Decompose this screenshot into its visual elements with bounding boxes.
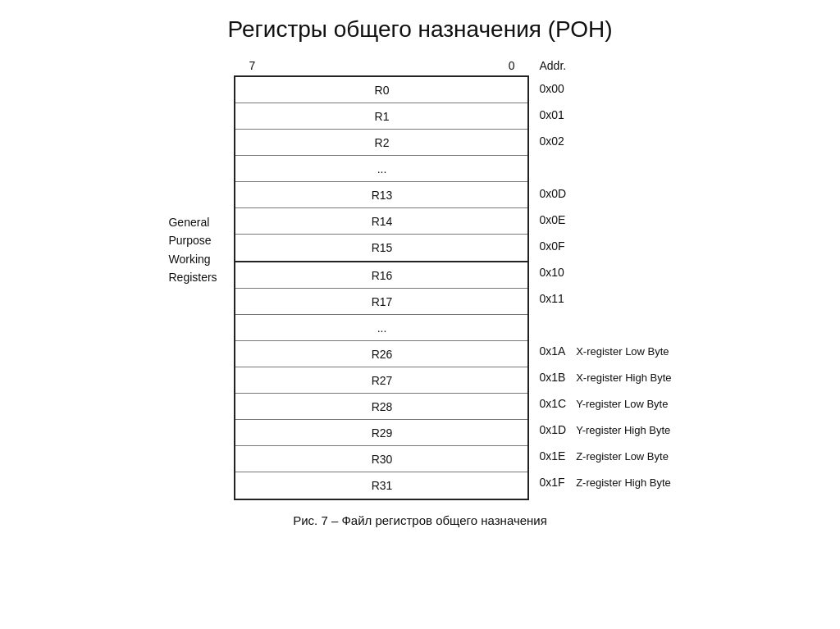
left-labels: General Purpose Working Registers bbox=[168, 59, 226, 287]
left-label-general: General bbox=[168, 213, 226, 231]
addr-row-bottom-1: 0x11 bbox=[539, 285, 566, 312]
reg-row-top-3: ... bbox=[235, 156, 527, 182]
addr-column: 0x000x010x020x0D0x0E0x0F 0x100x110x1A0x1… bbox=[539, 75, 566, 495]
reg-row-top-6: R15 bbox=[235, 235, 527, 261]
main-content: General Purpose Working Registers 7 0 Ad… bbox=[8, 59, 832, 527]
addr-row-bottom-6: 0x1D bbox=[539, 417, 566, 443]
note-row-bottom-7: Z-register Low Byte bbox=[576, 443, 671, 469]
left-label-working: Working bbox=[168, 250, 226, 268]
addr-row-top-6: 0x0F bbox=[539, 233, 566, 259]
caption: Рис. 7 – Файл регистров общего назначени… bbox=[293, 513, 547, 527]
reg-row-top-1: R1 bbox=[235, 103, 527, 130]
reg-row-bottom-8: R31 bbox=[235, 472, 527, 499]
addr-row-top-0: 0x00 bbox=[539, 75, 566, 102]
col-header-addr: Addr. bbox=[539, 59, 566, 72]
right-notes-column: X-register Low ByteX-register High ByteY… bbox=[576, 75, 671, 495]
addr-row-top-1: 0x01 bbox=[539, 102, 566, 128]
note-row-bottom-6: Y-register High Byte bbox=[576, 417, 671, 443]
note-row-bottom-4: X-register High Byte bbox=[576, 364, 671, 390]
addr-row-bottom-4: 0x1B bbox=[539, 364, 566, 390]
page-title: Регистры общего назначения (РОН) bbox=[228, 16, 613, 43]
reg-row-bottom-3: R26 bbox=[235, 341, 527, 367]
left-label-purpose: Purpose bbox=[168, 231, 226, 249]
register-box: R0R1R2...R13R14R15 R16R17...R26R27R28R29… bbox=[234, 75, 529, 500]
reg-row-top-4: R13 bbox=[235, 182, 527, 208]
reg-row-bottom-2: ... bbox=[235, 315, 527, 341]
reg-row-bottom-0: R16 bbox=[235, 262, 527, 289]
addr-row-bottom-3: 0x1A bbox=[539, 338, 566, 364]
diagram-area: General Purpose Working Registers 7 0 Ad… bbox=[168, 59, 671, 500]
reg-row-top-5: R14 bbox=[235, 208, 527, 235]
addr-row-top-4: 0x0D bbox=[539, 180, 566, 207]
addr-row-bottom-5: 0x1C bbox=[539, 390, 566, 417]
reg-row-bottom-4: R27 bbox=[235, 367, 527, 394]
col-header-0: 0 bbox=[509, 59, 515, 72]
top-group: R0R1R2...R13R14R15 bbox=[235, 77, 527, 262]
note-row-bottom-3: X-register Low Byte bbox=[576, 338, 671, 364]
addr-row-bottom-7: 0x1E bbox=[539, 443, 566, 469]
reg-row-top-2: R2 bbox=[235, 130, 527, 156]
reg-row-bottom-5: R28 bbox=[235, 394, 527, 420]
register-table-section: 7 0 Addr. R0R1R2...R13R14R15 R16R17...R2… bbox=[234, 59, 671, 500]
reg-row-top-0: R0 bbox=[235, 77, 527, 103]
addr-row-top-2: 0x02 bbox=[539, 128, 566, 154]
addr-row-top-5: 0x0E bbox=[539, 207, 566, 233]
left-label-registers: Registers bbox=[168, 268, 226, 286]
col-header-7: 7 bbox=[249, 59, 255, 72]
note-row-bottom-8: Z-register High Byte bbox=[576, 469, 671, 495]
reg-row-bottom-6: R29 bbox=[235, 420, 527, 446]
addr-row-bottom-8: 0x1F bbox=[539, 469, 566, 495]
tables-row: R0R1R2...R13R14R15 R16R17...R26R27R28R29… bbox=[234, 75, 671, 500]
reg-row-bottom-7: R30 bbox=[235, 446, 527, 472]
note-row-bottom-5: Y-register Low Byte bbox=[576, 390, 671, 417]
reg-row-bottom-1: R17 bbox=[235, 289, 527, 315]
addr-row-bottom-0: 0x10 bbox=[539, 259, 566, 285]
bottom-group: R16R17...R26R27R28R29R30R31 bbox=[235, 262, 527, 499]
